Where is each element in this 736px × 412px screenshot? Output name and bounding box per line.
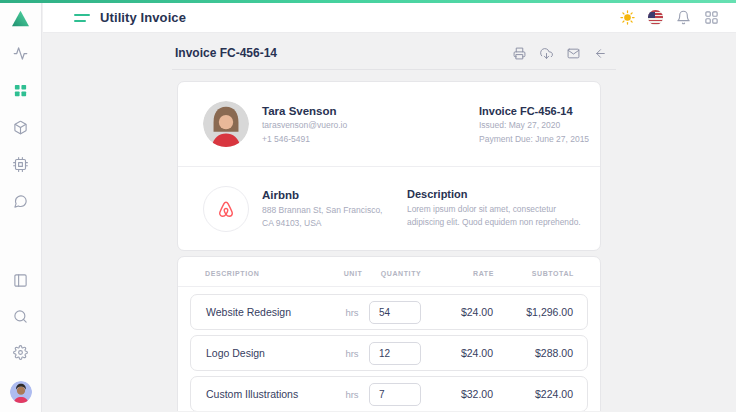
column-header-description: DESCRIPTION [205,270,336,277]
page-title: Utility Invoice [100,10,186,25]
invoice-content: Invoice FC-456-14 [160,33,616,411]
us-flag-icon[interactable] [648,10,663,25]
menu-toggle-icon[interactable] [74,12,90,24]
client-phone: +1 546-5491 [262,134,347,144]
cpu-icon[interactable] [13,157,28,172]
app-window: Utility Invoice Invoice FC-456-14 [0,0,736,412]
top-accent-bar [0,0,736,3]
invoice-actions [513,47,607,60]
apps-grid-icon[interactable] [704,10,719,25]
airbnb-icon [214,197,238,221]
top-navbar: Utility Invoice [43,3,736,33]
table-row: Custom Illustrations hrs $32.00 $224.00 [190,376,588,411]
table-header: DESCRIPTION UNIT QUANTITY RATE SUBTOTAL [178,257,600,286]
box-icon[interactable] [13,120,28,135]
mail-icon[interactable] [567,47,580,60]
row-unit: hrs [335,389,369,400]
table-row: Website Redesign hrs $24.00 $1,296.00 [190,294,588,330]
company-section: Airbnb 888 Brannan St, San Francisco, CA… [178,166,600,250]
column-header-rate: RATE [432,270,494,277]
app-logo[interactable] [0,3,41,33]
quantity-input[interactable] [369,301,421,324]
row-description: Custom Illustrations [206,388,335,400]
bell-icon[interactable] [676,10,691,25]
user-avatar[interactable] [10,381,32,403]
printer-icon[interactable] [513,47,526,60]
client-section: Tara Svenson tarasvenson@vuero.io +1 546… [178,82,600,166]
quantity-input[interactable] [369,342,421,365]
sidebar [0,3,42,412]
table-row: Logo Design hrs $24.00 $288.00 [190,335,588,371]
description-text: Lorem ipsum dolor sit amet, consectetur … [407,203,585,229]
toolbar-divider [172,69,616,70]
main-area: Utility Invoice Invoice FC-456-14 [43,3,736,412]
cloud-download-icon[interactable] [540,47,553,60]
description-title: Description [407,188,585,200]
company-address-line1: 888 Brannan St, San Francisco, [262,205,383,215]
table-rows: Website Redesign hrs $24.00 $1,296.00 Lo… [178,287,600,411]
column-header-subtotal: SUBTOTAL [494,270,574,277]
row-unit: hrs [335,348,369,359]
invoice-due-date: Payment Due: June 27, 2015 [479,134,585,144]
sidebar-panel-icon[interactable] [13,273,28,288]
company-name: Airbnb [262,189,383,201]
activity-icon[interactable] [13,46,28,61]
gear-icon[interactable] [13,345,28,360]
row-description: Logo Design [206,347,335,359]
invoice-title: Invoice FC-456-14 [175,46,277,60]
invoice-description: Description Lorem ipsum dolor sit amet, … [407,188,585,229]
client-avatar-image [203,101,249,147]
invoice-toolbar: Invoice FC-456-14 [160,33,616,69]
sidebar-nav-bottom [10,273,32,412]
row-rate: $24.00 [431,347,493,359]
row-subtotal: $224.00 [493,388,573,400]
sun-icon[interactable] [620,10,635,25]
invoice-meta: Invoice FC-456-14 Issued: May 27, 2020 P… [479,105,585,144]
column-header-quantity: QUANTITY [370,270,432,277]
chat-bubble-icon[interactable] [13,194,28,209]
search-icon[interactable] [13,309,28,324]
invoice-issued-date: Issued: May 27, 2020 [479,120,585,130]
arrow-left-icon[interactable] [594,47,607,60]
client-avatar [203,101,249,147]
page-body: Invoice FC-456-14 [43,33,736,411]
row-subtotal: $288.00 [493,347,573,359]
company-logo [203,186,249,232]
topbar-actions [620,10,719,25]
row-subtotal: $1,296.00 [493,306,573,318]
row-rate: $32.00 [431,388,493,400]
sidebar-nav-top [13,33,28,209]
company-info: Airbnb 888 Brannan St, San Francisco, CA… [262,189,383,228]
row-unit: hrs [335,307,369,318]
client-name: Tara Svenson [262,105,347,117]
client-info: Tara Svenson tarasvenson@vuero.io +1 546… [262,105,347,144]
invoice-items-card: DESCRIPTION UNIT QUANTITY RATE SUBTOTAL … [177,256,601,411]
quantity-input[interactable] [369,383,421,406]
client-email: tarasvenson@vuero.io [262,120,347,130]
dashboard-grid-icon[interactable] [13,83,28,98]
row-description: Website Redesign [206,306,335,318]
user-avatar-image [10,381,32,403]
triangle-logo-icon [11,10,30,27]
column-header-unit: UNIT [336,270,370,277]
invoice-number: Invoice FC-456-14 [479,105,585,117]
invoice-parties-card: Tara Svenson tarasvenson@vuero.io +1 546… [177,81,601,251]
company-address-line2: CA 94103, USA [262,218,383,228]
row-rate: $24.00 [431,306,493,318]
